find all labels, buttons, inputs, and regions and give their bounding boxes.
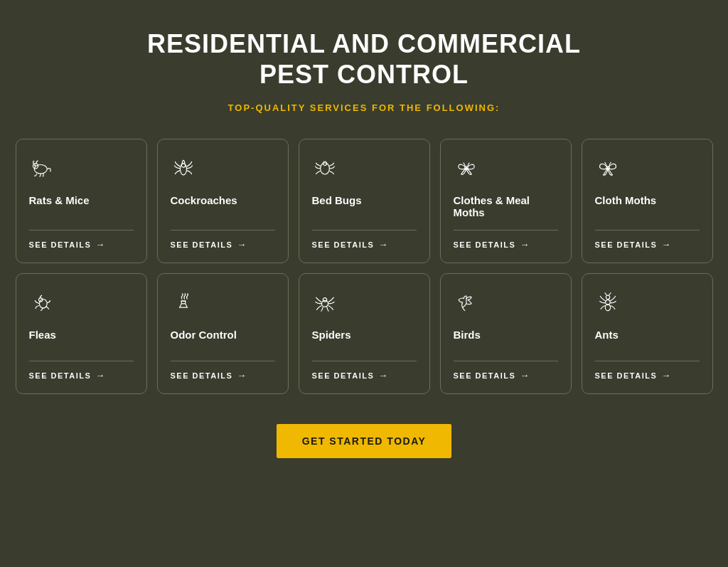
svg-point-0	[34, 165, 47, 174]
card-clothes-meal-moths[interactable]: Clothes & Meal MothsSEE DETAILS	[440, 139, 572, 263]
card-label-spiders: Spiders	[312, 329, 417, 352]
card-link-cockroaches[interactable]: SEE DETAILS	[171, 230, 275, 250]
card-odor-control[interactable]: Odor ControlSEE DETAILS	[157, 273, 289, 394]
bedbug-icon	[312, 155, 417, 184]
pest-grid-row2: FleasSEE DETAILSOdor ControlSEE DETAILSS…	[16, 273, 713, 394]
card-spiders[interactable]: SpidersSEE DETAILS	[299, 273, 430, 394]
card-cockroaches[interactable]: CockroachesSEE DETAILS	[157, 139, 289, 263]
card-bed-bugs[interactable]: Bed BugsSEE DETAILS	[299, 139, 430, 263]
card-fleas[interactable]: FleasSEE DETAILS	[16, 273, 147, 394]
card-ants[interactable]: AntsSEE DETAILS	[582, 273, 713, 394]
page-title: RESIDENTIAL AND COMMERCIAL PEST CONTROL	[147, 28, 581, 90]
card-label-rats-mice: Rats & Mice	[29, 194, 134, 218]
cockroach-icon	[171, 155, 275, 184]
card-label-ants: Ants	[595, 329, 700, 352]
rat-icon	[29, 155, 134, 184]
svg-point-4	[181, 164, 185, 167]
card-label-bed-bugs: Bed Bugs	[312, 194, 417, 218]
card-link-spiders[interactable]: SEE DETAILS	[312, 361, 417, 381]
svg-point-2	[34, 165, 35, 166]
card-link-ants[interactable]: SEE DETAILS	[595, 361, 700, 381]
card-link-birds[interactable]: SEE DETAILS	[454, 361, 558, 381]
card-rats-mice[interactable]: Rats & MiceSEE DETAILS	[16, 139, 147, 263]
pest-grid-row1: Rats & MiceSEE DETAILSCockroachesSEE DET…	[16, 139, 713, 263]
cta-button[interactable]: GET STARTED TODAY	[277, 424, 452, 458]
card-link-rats-mice[interactable]: SEE DETAILS	[29, 230, 134, 250]
bird-icon	[454, 290, 558, 319]
moth-icon	[454, 155, 558, 184]
card-link-odor-control[interactable]: SEE DETAILS	[171, 361, 275, 381]
card-link-cloth-moths[interactable]: SEE DETAILS	[595, 230, 700, 250]
card-cloth-moths[interactable]: Cloth MothsSEE DETAILS	[582, 139, 713, 263]
spider-icon	[312, 290, 417, 319]
card-link-fleas[interactable]: SEE DETAILS	[29, 361, 134, 381]
card-birds[interactable]: BirdsSEE DETAILS	[440, 273, 572, 394]
clothmoth-icon	[595, 155, 700, 184]
card-label-birds: Birds	[454, 329, 558, 352]
card-label-odor-control: Odor Control	[171, 329, 275, 352]
odor-icon	[171, 290, 275, 319]
card-label-fleas: Fleas	[29, 329, 134, 352]
card-link-bed-bugs[interactable]: SEE DETAILS	[312, 230, 417, 250]
flea-icon	[29, 290, 134, 319]
svg-point-9	[39, 300, 47, 309]
subtitle: TOP-QUALITY SERVICES FOR THE FOLLOWING:	[228, 102, 500, 113]
card-label-cloth-moths: Cloth Moths	[595, 194, 700, 218]
card-label-clothes-meal-moths: Clothes & Meal Moths	[454, 194, 558, 230]
card-link-clothes-meal-moths[interactable]: SEE DETAILS	[454, 230, 558, 250]
svg-point-12	[323, 298, 326, 302]
svg-point-13	[606, 295, 609, 299]
card-label-cockroaches: Cockroaches	[171, 194, 275, 218]
ant-icon	[595, 290, 700, 319]
svg-point-5	[320, 163, 329, 174]
